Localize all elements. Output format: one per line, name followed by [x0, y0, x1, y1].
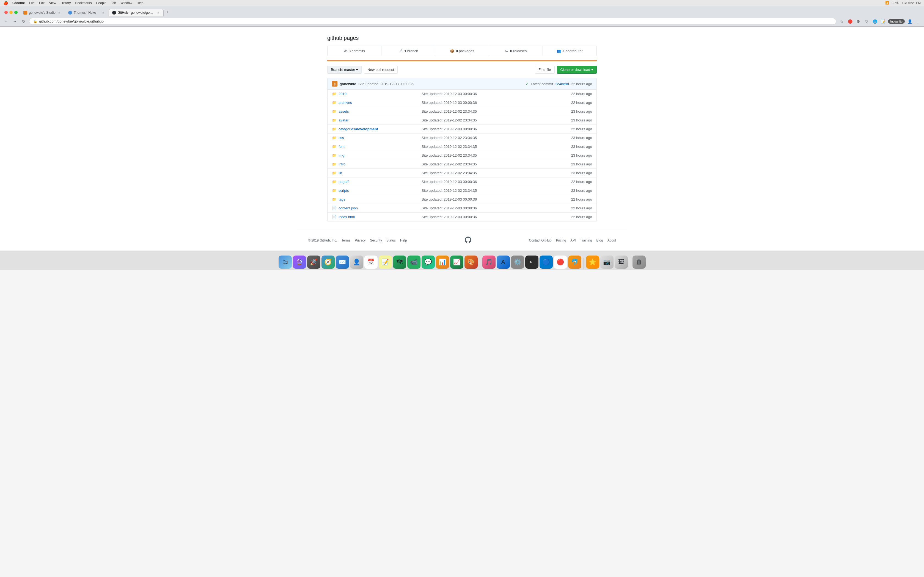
file-link-tags[interactable]: tags	[339, 197, 346, 201]
tab-close-github[interactable]: ×	[156, 11, 160, 15]
menu-icon[interactable]: ⋮	[915, 18, 921, 25]
tab-github[interactable]: GitHub - gonewbie/gonewbie... ×	[108, 9, 164, 16]
dock-photos[interactable]: 📷	[600, 256, 614, 269]
dock-messages[interactable]: 💬	[422, 256, 435, 269]
file-link-content-json[interactable]: content.json	[339, 206, 358, 210]
file-link-avatar[interactable]: avatar	[339, 118, 349, 122]
tab-hexo[interactable]: Themes | Hexo ×	[65, 9, 108, 16]
menu-window[interactable]: Window	[120, 1, 132, 5]
contributors-stat[interactable]: 👥 1 contributor	[543, 46, 596, 56]
dock-numbers[interactable]: 📈	[450, 256, 464, 269]
file-name-avatar[interactable]: 📁 avatar	[328, 116, 417, 124]
dock-facetime[interactable]: 📹	[407, 256, 420, 269]
file-link-assets[interactable]: assets	[339, 110, 349, 113]
file-name-intro[interactable]: 📁 intro	[328, 160, 417, 168]
branch-selector[interactable]: Branch: master ▾	[327, 66, 362, 74]
dock-itunes[interactable]: 🎵	[482, 256, 496, 269]
file-name-font[interactable]: 📁 font	[328, 142, 417, 151]
tab-close-hexo[interactable]: ×	[101, 11, 105, 15]
menu-tab[interactable]: Tab	[111, 1, 116, 5]
file-link-page2[interactable]: page/2	[339, 180, 349, 184]
footer-about-link[interactable]: About	[607, 239, 616, 242]
extension-icon-5[interactable]: 📝	[880, 18, 886, 25]
file-link-img[interactable]: img	[339, 153, 344, 158]
dock-launchpad[interactable]: 🚀	[307, 256, 320, 269]
footer-api-link[interactable]: API	[570, 239, 575, 242]
back-button[interactable]: ←	[3, 18, 9, 25]
footer-blog-link[interactable]: Blog	[596, 239, 603, 242]
footer-security-link[interactable]: Security	[370, 239, 382, 242]
file-name-index-html[interactable]: 📄 index.html	[328, 213, 417, 221]
address-bar[interactable]: 🔒 github.com/gonewbie/gonewbie.github.io	[29, 18, 836, 25]
file-link-lib[interactable]: lib	[339, 171, 342, 175]
new-tab-button[interactable]: +	[164, 8, 171, 16]
menu-bookmarks[interactable]: Bookmarks	[75, 1, 92, 5]
dock-maps[interactable]: 🗺	[393, 256, 406, 269]
new-pull-request-button[interactable]: New pull request	[364, 66, 397, 74]
dock-notes[interactable]: 📝	[379, 256, 392, 269]
footer-contact-link[interactable]: Contact GitHub	[529, 239, 552, 242]
maximize-window-button[interactable]	[14, 11, 18, 14]
reload-button[interactable]: ↻	[20, 18, 27, 25]
file-link-categories[interactable]: categories/development	[339, 127, 378, 131]
file-name-css[interactable]: 📁 css	[328, 134, 417, 142]
dock-calendar[interactable]: 📅	[364, 256, 378, 269]
file-name-content-json[interactable]: 📄 content.json	[328, 204, 417, 213]
file-name-assets[interactable]: 📁 assets	[328, 107, 417, 116]
dock-vscode[interactable]: 🔵	[540, 256, 553, 269]
bookmark-star-icon[interactable]: ☆	[838, 18, 845, 25]
commit-author-name[interactable]: gonewbie	[339, 82, 356, 86]
commit-hash-link[interactable]: 2c48e9d	[555, 82, 569, 86]
footer-privacy-link[interactable]: Privacy	[355, 239, 365, 242]
dock-appstore[interactable]: A	[497, 256, 510, 269]
file-link-index-html[interactable]: index.html	[339, 215, 355, 219]
dock-mail[interactable]: ✉️	[336, 256, 349, 269]
apple-icon[interactable]: 🍎	[3, 1, 8, 5]
file-name-page2[interactable]: 📁 page/2	[328, 177, 417, 186]
packages-stat[interactable]: 📦 0 packages	[435, 46, 489, 56]
dock-preview[interactable]: 🖼	[615, 256, 628, 269]
dock-slides[interactable]: 📊	[436, 256, 449, 269]
releases-stat[interactable]: 🏷 0 releases	[489, 46, 543, 56]
branches-stat[interactable]: ⎇ 1 branch	[381, 46, 435, 56]
extension-icon-3[interactable]: 🛡	[863, 18, 870, 25]
dock-finder[interactable]: 🗂	[279, 256, 292, 269]
forward-button[interactable]: →	[11, 18, 18, 25]
tab-close-gonewbie[interactable]: ×	[57, 11, 61, 15]
commits-stat[interactable]: ⟳ 3 commits	[328, 46, 381, 56]
dock-illus[interactable]: ⭐	[586, 256, 599, 269]
file-link-intro[interactable]: intro	[339, 162, 346, 166]
dock-trash[interactable]: 🗑	[633, 256, 646, 269]
find-file-button[interactable]: Find file	[535, 66, 555, 74]
footer-status-link[interactable]: Status	[386, 239, 396, 242]
menu-people[interactable]: People	[96, 1, 107, 5]
file-link-css[interactable]: css	[339, 136, 344, 140]
profile-icon[interactable]: 👤	[906, 18, 913, 25]
dock-contacts[interactable]: 👤	[350, 256, 363, 269]
file-name-lib[interactable]: 📁 lib	[328, 169, 417, 177]
file-name-scripts[interactable]: 📁 scripts	[328, 186, 417, 195]
menu-chrome[interactable]: Chrome	[12, 1, 25, 5]
tab-gonewbie-studio[interactable]: gonewbie's Studio ×	[20, 9, 65, 16]
file-link-2019[interactable]: 2019	[339, 92, 347, 96]
dock-chrome[interactable]: 🔴	[554, 256, 567, 269]
dock-keynote[interactable]: 🎨	[464, 256, 478, 269]
dock-siri[interactable]: 🔮	[293, 256, 306, 269]
dock-safari[interactable]: 🧭	[321, 256, 335, 269]
menu-history[interactable]: History	[60, 1, 71, 5]
clone-or-download-button[interactable]: Clone or download ▾	[557, 66, 597, 74]
extension-icon-4[interactable]: 🌐	[871, 18, 878, 25]
dock-system-prefs[interactable]: ⚙️	[511, 256, 524, 269]
file-link-font[interactable]: font	[339, 145, 344, 149]
footer-pricing-link[interactable]: Pricing	[556, 239, 566, 242]
dock-sequel-pro[interactable]: 🐬	[568, 256, 582, 269]
extension-icon-1[interactable]: 🔴	[847, 18, 853, 25]
file-name-2019[interactable]: 📁 2019	[328, 90, 417, 98]
minimize-window-button[interactable]	[9, 11, 13, 14]
extension-icon-2[interactable]: ⚙	[855, 18, 862, 25]
file-name-archives[interactable]: 📁 archives	[328, 98, 417, 107]
footer-terms-link[interactable]: Terms	[342, 239, 351, 242]
file-name-tags[interactable]: 📁 tags	[328, 195, 417, 204]
menu-edit[interactable]: Edit	[39, 1, 45, 5]
dock-terminal[interactable]: >_	[525, 256, 538, 269]
